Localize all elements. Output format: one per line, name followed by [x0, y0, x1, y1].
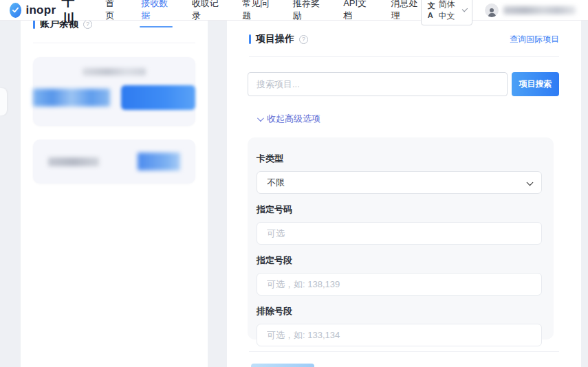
- project-search-input[interactable]: [248, 72, 508, 96]
- username-blurred: [503, 6, 576, 14]
- nav-item-messages[interactable]: 消息处理: [391, 0, 420, 27]
- included-prefix-label: 指定号段: [257, 254, 542, 267]
- card-type-label: 卡类型: [257, 153, 542, 165]
- card-type-value: 不限: [267, 177, 285, 189]
- advanced-options-form: 卡类型 不限 指定号码 指定号段 排除号段: [248, 137, 554, 340]
- advanced-options-toggle[interactable]: 收起高级选项: [257, 113, 581, 125]
- logo-cn-text: 千川: [61, 0, 82, 28]
- drawer-collapse-handle[interactable]: [0, 88, 7, 115]
- user-menu[interactable]: [485, 3, 576, 17]
- language-label: 简体中文: [438, 0, 459, 22]
- nav-item-records[interactable]: 收取记录: [192, 0, 221, 27]
- avatar: [485, 3, 499, 17]
- divider: [249, 351, 559, 352]
- specified-number-label: 指定号码: [257, 203, 542, 216]
- balance-card-main: [33, 57, 195, 126]
- card-type-select[interactable]: 不限: [257, 171, 542, 194]
- excluded-prefix-label: 排除号段: [257, 305, 542, 318]
- balance-card-sub: [33, 140, 195, 184]
- balance-amount-blurred: [33, 89, 110, 107]
- chevron-down-icon: [527, 179, 534, 186]
- project-operations-panel: 项目操作 ? 查询国际项目 项目搜索 收起高级选项 卡类型 不限 指定号码 指定…: [227, 21, 581, 367]
- account-balance-panel: 账户余额 ?: [21, 21, 208, 367]
- sub-balance-value-blurred: [138, 153, 180, 170]
- chevron-down-icon: [257, 115, 264, 122]
- language-selector[interactable]: 文A 简体中文: [421, 0, 472, 25]
- help-icon[interactable]: ?: [83, 21, 92, 29]
- divider: [33, 43, 195, 43]
- nav-item-rewards[interactable]: 推荐奖励: [293, 0, 323, 27]
- title-accent-bar: [249, 34, 251, 44]
- sub-balance-label-blurred: [48, 157, 99, 166]
- logo-check-icon: [10, 3, 21, 18]
- balance-label-blurred: [83, 68, 146, 76]
- help-icon[interactable]: ?: [299, 35, 308, 44]
- specified-number-input[interactable]: [257, 222, 542, 245]
- top-navbar: inopr 千川 首页 接收数据 收取记录 常见问题 推荐奖励 API文档 消息…: [0, 0, 588, 21]
- logo[interactable]: inopr 千川: [10, 0, 82, 28]
- excluded-prefix-input[interactable]: [257, 324, 542, 346]
- nav-menu: 首页 接收数据 收取记录 常见问题 推荐奖励 API文档 消息处理: [105, 0, 420, 27]
- nav-item-api-docs[interactable]: API文档: [343, 0, 370, 27]
- advanced-options-label: 收起高级选项: [267, 113, 320, 125]
- submit-button-partial[interactable]: [251, 364, 314, 367]
- nav-item-home[interactable]: 首页: [105, 0, 120, 27]
- translate-icon: 文A: [428, 1, 435, 19]
- project-search-button[interactable]: 项目搜索: [512, 72, 559, 96]
- nav-item-faq[interactable]: 常见问题: [242, 0, 272, 27]
- intl-projects-link[interactable]: 查询国际项目: [510, 34, 559, 45]
- main-title: 项目操作: [256, 33, 294, 45]
- nav-item-messages-label: 消息处理: [391, 0, 417, 21]
- nav-item-receive-data[interactable]: 接收数据: [141, 0, 171, 27]
- logo-text: inopr: [25, 3, 56, 17]
- chevron-down-icon: [462, 6, 468, 12]
- included-prefix-input[interactable]: [257, 273, 542, 296]
- recharge-button-blurred[interactable]: [121, 85, 195, 110]
